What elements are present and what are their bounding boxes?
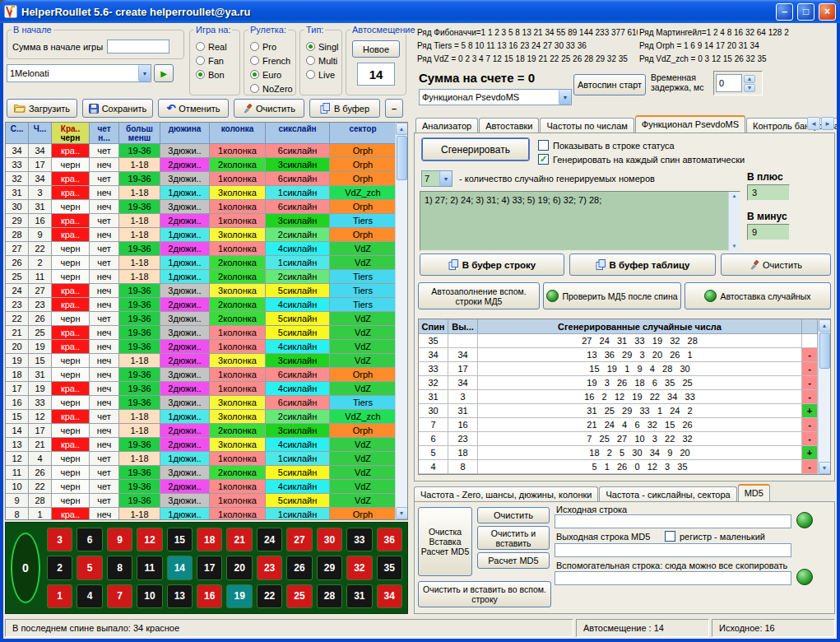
board-number-0[interactable]: 0 [11,533,40,603]
scroll-up-icon[interactable]: ▲ [819,319,831,332]
generated-row[interactable]: 31316 2 12 19 22 34 33- [419,390,830,404]
board-number-27[interactable]: 27 [286,528,312,551]
history-row[interactable]: 3434кра..чет19-363дюжи..1колонка6сиклайн… [6,144,407,158]
generated-row[interactable]: 6237 25 27 10 3 22 32- [419,432,830,446]
radio-live[interactable]: Live [306,67,341,81]
scroll-down-icon[interactable]: ▼ [732,244,737,249]
radio-pro[interactable]: Pro [250,40,295,54]
md5-clear-paste-button[interactable]: Очистить и вставить [477,526,550,550]
check-md5-button[interactable]: Проверить МД5 после спина [543,282,681,309]
auto-generate-checkbox[interactable]: ✓ [538,154,549,165]
history-row[interactable]: 1719кра..неч19-362дюжи..1колонка4сиклайн… [6,382,407,396]
history-row[interactable]: 1915черннеч1-182дюжи..3колонка3сиклайнVd… [6,354,407,368]
history-row[interactable]: 124чернчет1-181дюжи..1колонка1сиклайнVdZ [6,452,407,466]
board-number-36[interactable]: 36 [377,528,402,551]
radio-nozero[interactable]: NoZero [250,81,295,95]
generated-row[interactable]: 323419 3 26 18 6 35 25- [419,376,830,390]
radio-fan[interactable]: Fan [196,54,239,67]
bottom-tab-1[interactable]: Частота - сикслайны, сектора [599,486,736,502]
history-row[interactable]: 928чернчет19-363дюжи..1колонка5сиклайнVd… [6,494,407,508]
board-number-12[interactable]: 12 [137,528,162,551]
maximize-button[interactable]: □ [797,3,814,21]
history-row[interactable]: 289кра..неч1-181дюжи..3колонка2сиклайнOr… [6,228,407,242]
radio-french[interactable]: French [250,54,295,67]
board-number-26[interactable]: 26 [286,556,312,579]
functional-combo[interactable]: Функционал PsevdoMS ▼ [419,89,572,105]
board-number-3[interactable]: 3 [47,528,72,551]
top-tab-3[interactable]: Функционал PsevdoMS [635,115,745,133]
history-scrollbar[interactable]: ▲ ▼ [395,123,407,519]
radio-bon[interactable]: Bon [196,67,239,81]
board-number-11[interactable]: 11 [137,556,162,579]
chevron-down-icon[interactable]: ▼ [439,171,452,186]
board-number-18[interactable]: 18 [197,528,222,551]
clear-button[interactable]: Очистить [234,99,304,118]
autofill-md5-button[interactable]: Автозаполнение вспом. строки МД5 [418,282,540,309]
history-row[interactable]: 1417черннеч1-182дюжи..2колонка3сиклайнOr… [6,424,407,438]
undo-button[interactable]: ↶ Отменить [158,99,229,118]
generated-row[interactable]: 485 1 26 0 12 3 35- [419,460,830,474]
board-number-9[interactable]: 9 [107,528,132,551]
board-number-22[interactable]: 22 [257,584,282,608]
generated-row[interactable]: 71621 24 4 6 32 15 26- [419,418,830,432]
top-tab-1[interactable]: Автоставки [479,118,539,133]
board-number-23[interactable]: 23 [257,556,282,579]
board-number-34[interactable]: 34 [377,584,402,608]
radio-real[interactable]: Real [196,40,239,54]
to-buffer-button[interactable]: В буфер [309,99,380,118]
bottom-tab-2[interactable]: MD5 [738,484,770,502]
start-sum-input[interactable] [107,40,169,54]
board-number-30[interactable]: 30 [317,528,342,551]
scroll-up-icon[interactable]: ▲ [732,193,737,198]
generated-table-scrollbar[interactable]: ▲ ▼ [818,319,830,474]
board-number-32[interactable]: 32 [346,556,372,579]
md5-clear-paste-helper-button[interactable]: Очистить и вставить во вспом. строку [418,581,551,607]
spinner-down-icon[interactable]: ▼ [744,84,755,92]
board-number-29[interactable]: 29 [317,556,342,579]
board-number-1[interactable]: 1 [47,584,72,608]
helper-input[interactable] [555,571,791,585]
history-row[interactable]: 1633черннеч19-363дюжи..3колонка6сиклайнT… [6,396,407,410]
board-number-5[interactable]: 5 [77,556,102,579]
history-row[interactable]: 2916кра..чет1-182дюжи..1колонка3сиклайнT… [6,214,407,228]
history-row[interactable]: 2323кра..неч19-362дюжи..2колонка4сиклайн… [6,298,407,312]
autobet-button[interactable]: Автоставка случайных [685,282,831,309]
clear-generated-button[interactable]: Очистить [721,254,831,276]
radio-multi[interactable]: Multi [306,54,341,67]
save-button[interactable]: Сохранить [82,99,153,118]
scrollbar-thumb[interactable] [819,333,830,369]
scrollbar-thumb[interactable] [397,136,407,180]
minimize-button[interactable]: – [776,3,793,21]
history-row[interactable]: 2427кра..неч19-363дюжи..3колонка5сиклайн… [6,284,407,298]
history-row[interactable]: 3234кра..чет19-363дюжи..1колонка6сиклайн… [6,172,407,186]
history-row[interactable]: 3031черннеч19-363дюжи..1колонка6сиклайнO… [6,200,407,214]
scroll-down-icon[interactable]: ▼ [819,462,831,474]
register-checkbox[interactable]: ✓ [665,531,675,542]
delay-input[interactable]: 0 [716,74,742,92]
history-row[interactable]: 2125кра..неч19-363дюжи..1колонка5сиклайн… [6,326,407,340]
md5-output-input[interactable] [555,543,791,557]
radio-singl[interactable]: Singl [306,40,341,54]
generated-row[interactable]: 343413 36 29 3 20 26 1- [419,348,830,362]
history-row[interactable]: 2226чернчет19-363дюжи..2колонка5сиклайнV… [6,312,407,326]
history-row[interactable]: 2511черннеч1-181дюжи..2колонка2сиклайнTi… [6,270,407,284]
board-number-2[interactable]: 2 [47,556,72,579]
history-row[interactable]: 1321кра..неч19-362дюжи..3колонка4сиклайн… [6,438,407,452]
tab-scroll-right-icon[interactable]: ► [821,117,834,130]
history-row[interactable]: 1126чернчет19-363дюжи..2колонка5сиклайнV… [6,466,407,480]
generated-row[interactable]: 3527 24 31 33 19 32 28 [419,334,830,348]
board-number-14[interactable]: 14 [167,556,193,579]
load-button[interactable]: Загрузить [7,99,77,118]
scroll-up-icon[interactable]: ▲ [396,123,408,135]
profile-combo[interactable]: 1Melonati ▼ [7,64,151,82]
generate-button[interactable]: Сгенерировать [421,137,530,161]
spinner-up-icon[interactable]: ▲ [744,75,755,83]
bottom-tab-0[interactable]: Частота - Zero, шансы, дюжины, колонки [414,486,598,502]
history-row[interactable]: 3317черннеч1-182дюжи..2колонка3сиклайнOr… [6,158,407,172]
history-row[interactable]: 81кра..неч1-181дюжи..1колонка1сиклайнOrp… [6,508,407,519]
md5-calc-button[interactable]: Расчет MD5 [477,552,550,569]
play-button[interactable]: ▶ [154,64,174,82]
chevron-down-icon[interactable]: ▼ [138,65,151,81]
md5-clear-button[interactable]: Очистить [477,507,550,523]
board-number-8[interactable]: 8 [107,556,132,579]
